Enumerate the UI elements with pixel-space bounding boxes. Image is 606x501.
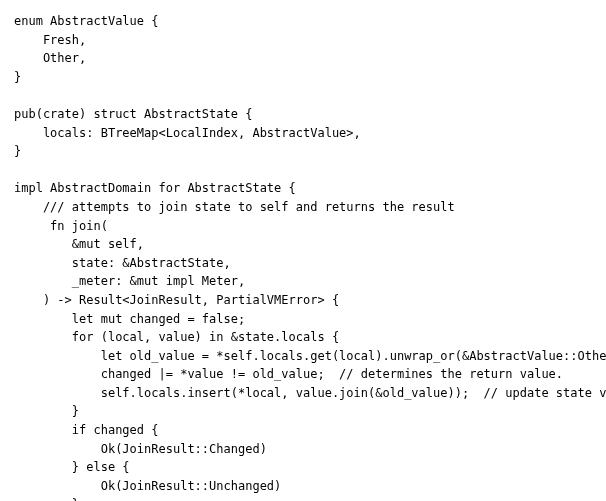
code-block: enum AbstractValue { Fresh, Other, } pub… [0,0,606,501]
code-content: enum AbstractValue { Fresh, Other, } pub… [14,14,606,501]
